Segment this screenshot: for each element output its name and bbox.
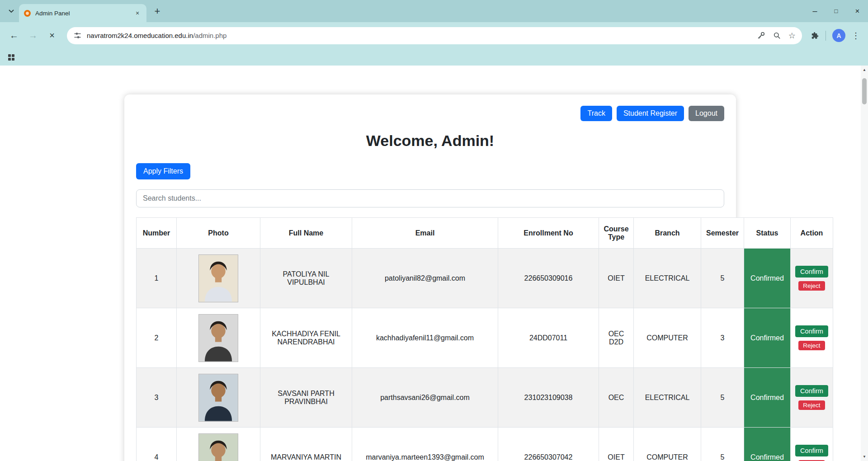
- apply-filters-button[interactable]: Apply Filters: [136, 163, 190, 179]
- tab-strip: Admin Panel × + – □ ×: [0, 0, 868, 22]
- table-row: 1 PATOLIYA NIL VIPULBHAI patoliyanil82@g…: [137, 249, 833, 308]
- scrollbar[interactable]: ▲ ▼: [861, 66, 868, 461]
- status-cell: Confirmed: [744, 308, 791, 368]
- student-photo: [198, 433, 238, 461]
- cell-course-type: OIET: [599, 428, 634, 461]
- new-tab-button[interactable]: +: [150, 4, 165, 19]
- table-row: 4 MARVANIYA MARTIN marvaniya.marteen1393…: [137, 428, 833, 461]
- cell-branch: COMPUTER: [634, 428, 701, 461]
- confirm-button[interactable]: Confirm: [795, 325, 828, 337]
- chevron-down-icon: [9, 8, 14, 14]
- scrollbar-thumb[interactable]: [862, 78, 867, 104]
- menu-kebab-icon[interactable]: ⋮: [849, 29, 863, 42]
- cell-action: Confirm Reject: [791, 249, 833, 308]
- url-text[interactable]: navratrom2k24.omeducation.edu.in/admin.p…: [87, 32, 226, 39]
- cell-number: 1: [137, 249, 177, 308]
- reject-button[interactable]: Reject: [798, 341, 825, 350]
- tab-close-icon[interactable]: ×: [133, 9, 142, 18]
- cell-semester: 5: [701, 249, 744, 308]
- cell-photo: [177, 368, 260, 428]
- student-photo: [198, 314, 238, 362]
- logout-button[interactable]: Logout: [689, 106, 724, 121]
- table-row: 2 KACHHADIYA FENIL NARENDRABHAI kachhadi…: [137, 308, 833, 368]
- cell-photo: [177, 249, 260, 308]
- header-course-type: Course Type: [599, 218, 634, 249]
- cell-number: 2: [137, 308, 177, 368]
- reject-button[interactable]: Reject: [798, 281, 825, 291]
- cell-course-type: OEC: [599, 368, 634, 428]
- page-title: Welcome, Admin!: [136, 132, 724, 150]
- cell-action: Confirm Reject: [791, 368, 833, 428]
- browser-toolbar: ← → × navratrom2k24.omeducation.edu.in/a…: [0, 22, 868, 49]
- cell-semester: 5: [701, 368, 744, 428]
- cell-enrollment: 24DD07011: [498, 308, 599, 368]
- track-button[interactable]: Track: [580, 106, 612, 121]
- cell-number: 3: [137, 368, 177, 428]
- cell-branch: COMPUTER: [634, 308, 701, 368]
- search-input[interactable]: [136, 189, 724, 207]
- maximize-icon[interactable]: □: [826, 0, 847, 22]
- profile-avatar[interactable]: A: [832, 29, 845, 42]
- header-semester: Semester: [701, 218, 744, 249]
- student-register-button[interactable]: Student Register: [617, 106, 684, 121]
- toolbar-divider: [826, 31, 826, 41]
- zoom-icon[interactable]: [773, 31, 781, 40]
- reject-button[interactable]: Reject: [798, 400, 825, 410]
- cell-semester: 5: [701, 428, 744, 461]
- confirm-button[interactable]: Confirm: [795, 385, 828, 397]
- cell-semester: 3: [701, 308, 744, 368]
- admin-card: Track Student Register Logout Welcome, A…: [124, 94, 736, 461]
- status-cell: Confirmed: [744, 428, 791, 461]
- tab-title: Admin Panel: [35, 10, 133, 17]
- cell-branch: ELECTRICAL: [634, 368, 701, 428]
- cell-full-name: SAVSANI PARTH PRAVINBHAI: [260, 368, 352, 428]
- scroll-down-icon[interactable]: ▼: [861, 452, 868, 461]
- cell-course-type: OIET: [599, 249, 634, 308]
- cell-enrollment: 226650309016: [498, 249, 599, 308]
- cell-number: 4: [137, 428, 177, 461]
- back-icon[interactable]: ←: [5, 27, 23, 44]
- window-close-icon[interactable]: ×: [847, 0, 868, 22]
- header-photo: Photo: [177, 218, 260, 249]
- header-email: Email: [352, 218, 498, 249]
- tab-admin-panel[interactable]: Admin Panel ×: [19, 4, 146, 22]
- cell-email: parthsavsani26@gmail.com: [352, 368, 498, 428]
- url-path: /admin.php: [193, 32, 226, 39]
- page-content: ▲ ▼ Track Student Register Logout Welcom…: [0, 66, 868, 461]
- confirm-button[interactable]: Confirm: [795, 445, 828, 456]
- cell-email: patoliyanil82@gmail.com: [352, 249, 498, 308]
- cell-enrollment: 226650307042: [498, 428, 599, 461]
- header-action: Action: [791, 218, 833, 249]
- students-table: Number Photo Full Name Email Enrollment …: [136, 217, 833, 461]
- header-status: Status: [744, 218, 791, 249]
- scroll-up-icon[interactable]: ▲: [861, 66, 868, 74]
- header-enrollment: Enrollment No: [498, 218, 599, 249]
- table-row: 3 SAVSANI PARTH PRAVINBHAI parthsavsani2…: [137, 368, 833, 428]
- student-photo: [198, 254, 238, 302]
- url-bar[interactable]: navratrom2k24.omeducation.edu.in/admin.p…: [67, 27, 802, 44]
- minimize-icon[interactable]: –: [804, 0, 826, 22]
- extensions-icon[interactable]: [810, 31, 819, 40]
- password-key-icon[interactable]: [757, 31, 765, 40]
- confirm-button[interactable]: Confirm: [795, 266, 828, 278]
- tab-search-button[interactable]: [5, 5, 18, 18]
- window-controls: – □ ×: [804, 0, 868, 22]
- student-photo: [198, 374, 238, 422]
- cell-full-name: PATOLIYA NIL VIPULBHAI: [260, 249, 352, 308]
- cell-email: kachhadiyafenil11@gmail.com: [352, 308, 498, 368]
- forward-icon[interactable]: →: [24, 27, 42, 44]
- cell-course-type: OEC D2D: [599, 308, 634, 368]
- cell-photo: [177, 308, 260, 368]
- tab-favicon-icon: [24, 9, 31, 17]
- header-number: Number: [137, 218, 177, 249]
- bookmark-star-icon[interactable]: ☆: [788, 31, 796, 41]
- cell-full-name: KACHHADIYA FENIL NARENDRABHAI: [260, 308, 352, 368]
- stop-loading-icon[interactable]: ×: [43, 27, 61, 44]
- header-branch: Branch: [634, 218, 701, 249]
- status-cell: Confirmed: [744, 249, 791, 308]
- bookmarks-bar: [0, 49, 868, 66]
- cell-action: Confirm Reject: [791, 308, 833, 368]
- cell-enrollment: 231023109038: [498, 368, 599, 428]
- site-settings-icon[interactable]: [73, 31, 82, 40]
- apps-grid-icon[interactable]: [7, 53, 16, 62]
